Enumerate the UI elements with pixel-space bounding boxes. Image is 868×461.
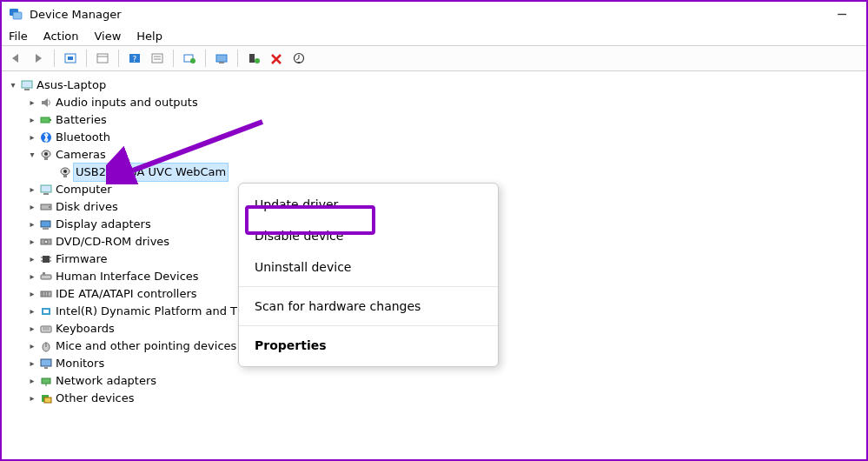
svg-rect-18 [22,81,32,88]
chevron-right-icon[interactable]: ▸ [26,303,38,320]
tree-root[interactable]: ▾ Asus-Laptop [5,77,863,94]
help-button[interactable]: ? [124,49,145,68]
context-properties[interactable]: Properties [239,330,498,361]
enable-device-button[interactable] [243,49,264,68]
chevron-right-icon[interactable]: ▸ [26,337,38,355]
minimize-button[interactable]: ─ [825,6,859,23]
dvd-icon [38,235,54,249]
network-icon [38,374,54,388]
tree-item-network[interactable]: ▸ Network adapters [5,372,863,390]
tree-label: Display adapters [56,216,151,233]
tree-label: Human Interface Devices [56,268,199,285]
context-scan-hardware[interactable]: Scan for hardware changes [239,291,498,322]
menu-bar: File Action View Help [2,26,866,45]
tree-label: Bluetooth [56,129,110,146]
svg-rect-14 [219,62,224,63]
chevron-right-icon[interactable]: ▸ [26,216,38,233]
toolbar-button-5[interactable] [147,49,168,68]
mouse-icon [38,339,54,353]
display-adapter-icon [38,217,54,231]
root-label: Asus-Laptop [36,77,106,94]
chip-icon [38,304,54,318]
context-uninstall-device[interactable]: Uninstall device [239,251,498,283]
menu-file[interactable]: File [9,30,28,43]
tree-item-webcam[interactable]: ▸ USB2.0 VGA UVC WebCam [5,164,863,181]
svg-rect-43 [43,272,45,275]
battery-icon [38,113,54,127]
svg-rect-57 [42,378,50,384]
scan-hardware-button[interactable] [179,49,200,68]
svg-rect-4 [97,54,108,63]
tree-label: Mice and other pointing devices [56,337,236,355]
chevron-down-icon[interactable]: ▾ [26,146,38,164]
keyboard-icon [38,322,54,336]
chevron-right-icon[interactable]: ▸ [26,129,38,146]
svg-point-27 [63,170,67,173]
tree-label: Computer [56,181,112,198]
svg-rect-15 [249,54,255,63]
speaker-icon [38,96,54,110]
uninstall-button[interactable] [266,49,287,68]
toolbar: ? [2,45,866,71]
chevron-right-icon[interactable]: ▸ [26,233,38,251]
window-title: Device Manager [30,8,122,21]
context-update-driver[interactable]: Update driver [239,189,498,220]
svg-rect-37 [43,256,50,263]
chevron-right-icon[interactable]: ▸ [26,285,38,303]
tree-item-bluetooth[interactable]: ▸ Bluetooth [5,129,863,146]
tree-item-audio[interactable]: ▸ Audio inputs and outputs [5,94,863,111]
tree-label: IDE ATA/ATAPI controllers [56,285,197,303]
tree-label: Keyboards [56,320,115,337]
svg-point-36 [44,240,48,244]
tree-label: Batteries [56,111,107,129]
computer-icon [19,78,35,92]
tree-label-selected: USB2.0 VGA UVC WebCam [73,163,229,182]
properties-button[interactable] [92,49,113,68]
chevron-right-icon[interactable]: ▸ [26,198,38,216]
forward-button[interactable] [28,49,49,68]
svg-rect-55 [41,359,51,366]
menu-help[interactable]: Help [136,30,162,43]
separator [239,325,498,326]
other-devices-icon [38,391,54,405]
menu-action[interactable]: Action [43,30,79,43]
computer-icon [38,183,54,197]
svg-rect-30 [43,193,49,195]
title-bar: Device Manager ─ [2,2,866,26]
bluetooth-icon [38,130,54,144]
tree-item-batteries[interactable]: ▸ Batteries [5,111,863,129]
context-disable-device[interactable]: Disable device [239,220,498,251]
chevron-right-icon[interactable]: ▸ [26,94,38,111]
svg-rect-34 [43,228,49,230]
chevron-right-icon[interactable]: ▸ [26,111,38,129]
chevron-right-icon[interactable]: ▸ [26,355,38,372]
tree-label: DVD/CD-ROM drives [56,233,169,251]
chevron-right-icon[interactable]: ▸ [26,268,38,285]
svg-rect-1 [13,12,22,19]
chevron-down-icon[interactable]: ▾ [7,77,19,94]
chevron-right-icon[interactable]: ▸ [26,181,38,198]
tree-item-other[interactable]: ▸ Other devices [5,390,863,407]
svg-rect-29 [41,185,51,192]
svg-point-12 [190,58,195,63]
toolbar-button-11[interactable] [288,49,309,68]
chevron-right-icon[interactable]: ▸ [26,372,38,390]
chevron-right-icon[interactable]: ▸ [26,320,38,337]
show-hidden-button[interactable] [60,49,81,68]
update-driver-button[interactable] [211,49,232,68]
tree-label: Disk drives [56,198,118,216]
tree-label: Cameras [56,146,106,164]
svg-point-24 [44,152,48,156]
svg-rect-33 [41,221,50,227]
chevron-right-icon[interactable]: ▸ [26,390,38,407]
menu-view[interactable]: View [94,30,121,43]
tree-item-cameras[interactable]: ▾ Cameras [5,146,863,164]
device-tree[interactable]: ▾ Asus-Laptop ▸ Audio inputs and outputs… [2,71,866,412]
chevron-right-icon[interactable]: ▸ [26,251,38,268]
disk-icon [38,200,54,214]
camera-icon [57,165,73,179]
back-button[interactable] [5,49,26,68]
svg-rect-13 [216,55,227,62]
svg-rect-3 [68,57,73,60]
svg-point-32 [49,206,50,208]
